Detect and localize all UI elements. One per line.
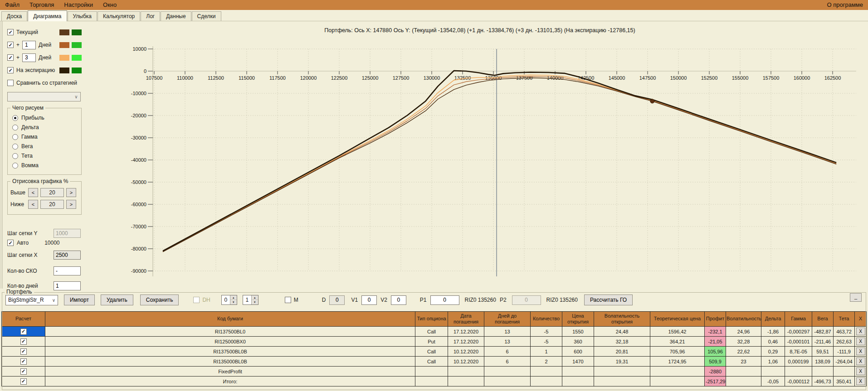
spin-down-icon[interactable]: ▼ <box>251 300 258 304</box>
x-axis-tick-label: 125000 <box>362 75 379 81</box>
m-label: M <box>294 297 298 303</box>
auto-grid-checkbox[interactable] <box>7 240 14 246</box>
plus1-series-swatches <box>59 42 82 48</box>
radio-vomma-label: Вомма <box>21 162 39 169</box>
radio-gamma[interactable] <box>12 134 18 140</box>
x-axis-tick-label: 130000 <box>424 75 440 81</box>
x-axis-tick-label: 112500 <box>208 75 224 81</box>
expiration-series-swatches <box>59 68 82 73</box>
tab-trades[interactable]: Сделки <box>192 11 221 21</box>
radio-theta-label: Тета <box>21 153 33 159</box>
radio-delta[interactable] <box>12 125 18 130</box>
p1-input[interactable] <box>430 295 459 305</box>
profit-chart[interactable]: 100000-10000-20000-30000-40000-50000-600… <box>85 21 868 289</box>
below-decrease-button[interactable]: < <box>28 200 38 209</box>
dh-spinner-2[interactable]: 1 ▲▼ <box>243 295 258 305</box>
collapse-panel-button[interactable]: _ <box>850 293 862 302</box>
plus3-line-color-swatch <box>59 55 69 61</box>
sko-label: Кол-во СКО <box>7 268 37 274</box>
tab-log[interactable]: Лог <box>141 11 160 21</box>
tab-diagram[interactable]: Диаграмма <box>28 10 67 21</box>
dh-spinner-1[interactable]: 0 ▲▼ <box>221 295 237 305</box>
v2-input[interactable] <box>391 295 406 305</box>
plus3-series-swatches <box>59 55 82 61</box>
sko-input[interactable] <box>54 266 81 275</box>
series-plus1-line <box>163 77 836 252</box>
x-axis-tick-label: 145000 <box>609 75 625 81</box>
radio-vega-row: Вега <box>12 143 78 150</box>
radio-profit-label: Прибыль <box>21 115 44 121</box>
current-series-swatches <box>59 29 82 35</box>
radio-profit[interactable] <box>12 115 18 121</box>
current-series-checkbox[interactable] <box>7 29 14 35</box>
import-button[interactable]: Импорт <box>64 294 95 305</box>
radio-delta-label: Дельта <box>21 124 39 130</box>
v2-label: V2 <box>380 297 387 303</box>
below-increase-button[interactable]: > <box>66 200 76 209</box>
plus3-days-input[interactable] <box>22 53 36 62</box>
expiration-series-row: На экспирацию <box>7 66 82 75</box>
compare-strategy-label: Сравнить со стратегией <box>16 80 77 86</box>
v1-input[interactable] <box>361 295 377 305</box>
plus1-line-color-swatch <box>59 42 69 48</box>
tab-calculator[interactable]: Калькулятор <box>98 11 140 21</box>
dh-spinner-2-value: 1 <box>243 295 251 304</box>
m-checkbox[interactable] <box>285 297 291 303</box>
grid-step-x-input[interactable] <box>54 251 81 260</box>
x-axis-tick-label: 110000 <box>177 75 193 81</box>
expiration-series-checkbox[interactable] <box>7 67 14 73</box>
menu-file[interactable]: Файл <box>0 0 24 10</box>
spin-up-icon[interactable]: ▲ <box>230 295 237 300</box>
radio-vomma[interactable] <box>12 163 18 169</box>
plus1-series-checkbox[interactable] <box>7 42 14 48</box>
strategy-combobox[interactable]: BigStmgiStr_R ∨ <box>5 295 58 305</box>
menu-bar: Файл Торговля Настройки Окно О программе <box>0 0 868 10</box>
menu-about[interactable]: О программе <box>822 0 868 10</box>
y-axis-tick-label: -30000 <box>131 135 146 140</box>
radio-vega[interactable] <box>12 144 18 150</box>
plus3-series-checkbox[interactable] <box>7 54 14 61</box>
expiration-alt-color-swatch <box>72 68 82 73</box>
crosshair-marker <box>650 99 654 103</box>
tab-data[interactable]: Данные <box>161 11 191 21</box>
p2-input[interactable] <box>512 295 541 305</box>
y-axis-tick-label: -70000 <box>131 224 146 229</box>
above-increase-button[interactable]: > <box>66 188 76 197</box>
plus1-days-input[interactable] <box>22 41 36 49</box>
spin-up-icon[interactable]: ▲ <box>251 295 258 300</box>
chart-area: 100000-10000-20000-30000-40000-50000-600… <box>85 21 868 289</box>
x-axis-tick-label: 117500 <box>269 75 286 81</box>
radio-delta-row: Дельта <box>12 124 78 130</box>
current-alt-color-swatch <box>72 29 82 35</box>
v1-label: V1 <box>351 297 358 303</box>
spin-down-icon[interactable]: ▼ <box>230 300 237 304</box>
save-button[interactable]: Сохранить <box>140 294 179 305</box>
compare-strategy-checkbox[interactable] <box>7 80 14 86</box>
draw-what-title: Чего рисуем <box>10 105 45 111</box>
plus3-series-row: + Дней <box>7 53 82 62</box>
dh-checkbox[interactable] <box>193 297 200 303</box>
grid-step-x-label: Шаг сетки X <box>7 252 37 258</box>
above-decrease-button[interactable]: < <box>28 188 38 197</box>
grid-step-y-input[interactable] <box>54 229 81 238</box>
tab-smile[interactable]: Улыбка <box>68 11 98 21</box>
radio-theta[interactable] <box>12 153 18 159</box>
compare-strategy-combobox[interactable]: ∨ <box>7 92 81 101</box>
tab-board[interactable]: Доска <box>1 11 27 21</box>
plus1-alt-color-swatch <box>72 42 82 48</box>
sko-row: Кол-во СКО <box>7 266 81 275</box>
current-line-color-swatch <box>59 29 69 35</box>
delete-button[interactable]: Удалить <box>101 294 133 305</box>
expiration-series-label: На экспирацию <box>16 67 55 73</box>
menu-trading[interactable]: Торговля <box>24 0 59 10</box>
x-axis-tick-label: 152500 <box>701 75 718 81</box>
render-percent-title: Отрисовка графика % <box>10 178 70 184</box>
menu-settings[interactable]: Настройки <box>59 0 98 10</box>
main-area: Текущий + Дней + Дней <box>0 21 868 289</box>
strategy-combobox-value: BigStmgiStr_R <box>6 297 50 303</box>
grid-step-y-label: Шаг сетки Y <box>7 230 37 237</box>
calc-go-button[interactable]: Рассчитать ГО <box>584 294 633 305</box>
y-axis-tick-label: -20000 <box>131 113 146 118</box>
d-input[interactable] <box>329 295 345 305</box>
menu-window[interactable]: Окно <box>98 0 122 10</box>
